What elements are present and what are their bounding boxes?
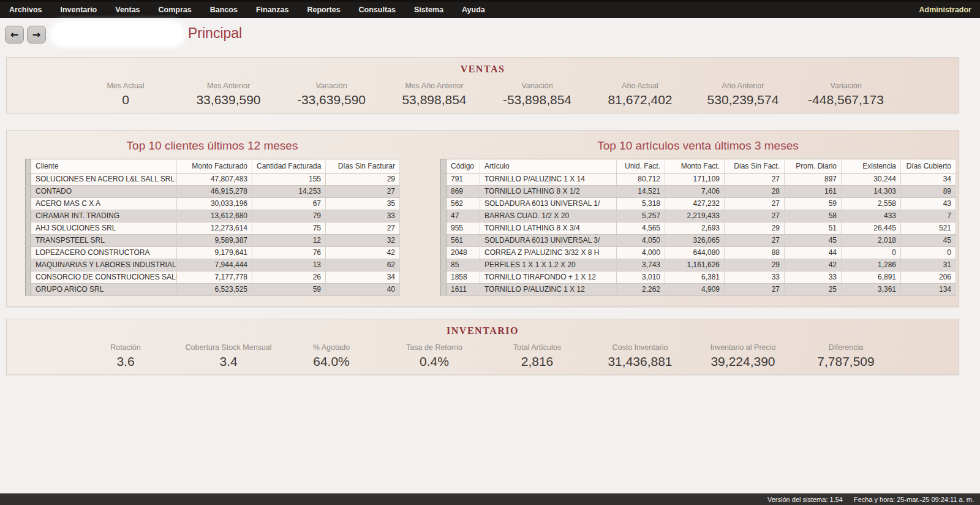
- ventas-section-title: VENTAS: [7, 64, 959, 75]
- cell-cliente: CONTADO: [31, 186, 177, 198]
- articulo-row[interactable]: 85 PERFILES 1 X 1 X 1.2 X 20 3,743 1,161…: [441, 259, 956, 271]
- cliente-row[interactable]: MAQUINARIAS Y LABORES INDUSTRIALES 7,944…: [26, 259, 400, 271]
- cliente-row[interactable]: TRANSPSTEEL SRL 9,589,387 12 32: [26, 235, 400, 247]
- metric-value: 0: [74, 93, 177, 107]
- cell-codigo: 955: [447, 222, 480, 235]
- cliente-row[interactable]: SOLUCIONES EN ACERO L&L SALL SRL 47,807,…: [26, 173, 400, 186]
- metric: % Agotado 64.0%: [280, 343, 383, 369]
- row-header-cell: [26, 210, 31, 222]
- cell-unid-fact: 4,000: [617, 247, 665, 259]
- metric-value: 53,898,854: [383, 93, 486, 107]
- cliente-row[interactable]: LOPEZACERO CONSTRUCTORA 9,179,641 76 42: [26, 247, 400, 259]
- back-button[interactable]: ←: [5, 26, 24, 44]
- articulo-row[interactable]: 562 SOLDADURA 6013 UNIVERSAL 1/ 5,318 42…: [441, 198, 956, 210]
- cell-cantidad-facturada: 76: [252, 247, 326, 259]
- cell-articulo: CORREA Z P/ALUZINC 3/32 X 8 H: [480, 247, 617, 259]
- top-clientes-block: Top 10 clientes últimos 12 meses Cliente…: [25, 139, 399, 296]
- col-header-monto-fact[interactable]: Monto Fact.: [665, 159, 725, 173]
- cell-articulo: SOLDADURA 6013 UNIVERSAL 3/: [480, 235, 617, 247]
- cell-monto-facturado: 13,612,680: [177, 210, 252, 222]
- col-header-codigo[interactable]: Código: [447, 159, 480, 173]
- cell-unid-fact: 3,010: [617, 271, 665, 284]
- col-header-articulo[interactable]: Artículo: [480, 159, 617, 173]
- cliente-row[interactable]: CONSORCIO DE CONSTRUCIONES SALDAÑ 7,177,…: [26, 271, 400, 284]
- articulo-row[interactable]: 1611 TORNILLO P/ALUZINC 1 X 12 2,262 4,9…: [441, 284, 956, 296]
- col-header-dias-sin-fact[interactable]: Dias Sin Fact.: [725, 159, 785, 173]
- row-header-column: [441, 159, 447, 173]
- menu-item-bancos[interactable]: Bancos: [201, 2, 247, 18]
- menu-item-finanzas[interactable]: Finanzas: [247, 2, 298, 18]
- top-articulos-block: Top 10 artículos venta últimos 3 meses C…: [440, 139, 956, 296]
- row-header-cell: [441, 247, 447, 259]
- articulo-row[interactable]: 561 SOLDADURA 6013 UNIVERSAL 3/ 4,050 32…: [441, 235, 956, 247]
- app-window: Archivos Inventario Ventas Compras Banco…: [0, 0, 980, 505]
- cliente-row[interactable]: CIRAMAR INT. TRADING 13,612,680 79 33: [26, 210, 400, 222]
- metric: Variación -53,898,854: [486, 82, 589, 107]
- cell-articulo: TORNILLO LATHING 8 X 3/4: [480, 222, 617, 235]
- cell-dias-sin-fact: 27: [725, 284, 785, 296]
- row-header-cell: [441, 210, 447, 222]
- system-version-label: Versión del sistema: 1.54: [767, 496, 843, 503]
- cell-codigo: 869: [447, 186, 480, 198]
- cell-dias-sin-facturar: 40: [326, 284, 400, 296]
- cell-cliente: GRUPO ARICO SRL: [31, 284, 177, 296]
- col-header-dias-cubierto[interactable]: Días Cubierto: [901, 159, 956, 173]
- articulo-row[interactable]: 1858 TORNILLO TIRAFONDO + 1 X 12 3,010 6…: [441, 271, 956, 284]
- inventario-panel: INVENTARIO Rotación 3.6 Cobertura Stock …: [6, 319, 959, 375]
- articulo-row[interactable]: 955 TORNILLO LATHING 8 X 3/4 4,565 2,693…: [441, 222, 956, 235]
- inventario-section-title: INVENTARIO: [7, 325, 959, 336]
- metric: Mes Año Anterior 53,898,854: [383, 82, 486, 107]
- cliente-row[interactable]: AHJ SOLUCIONES SRL 12,273,614 75 27: [26, 222, 400, 235]
- menu-item-ayuda[interactable]: Ayuda: [453, 2, 494, 18]
- cell-articulo: TORNILLO P/ALUZINC 1 X 12: [480, 284, 617, 296]
- metric-value: 81,672,402: [589, 93, 692, 107]
- col-header-cliente[interactable]: Cliente: [31, 159, 177, 173]
- datetime-label: Fecha y hora: 25-mar.-25 09:24:11 a. m.: [854, 496, 974, 503]
- articulo-row[interactable]: 869 TORNILLO LATHING 8 X 1/2 14,521 7,40…: [441, 186, 956, 198]
- col-header-existencia[interactable]: Existencia: [842, 159, 901, 173]
- menu-item-inventario[interactable]: Inventario: [51, 2, 107, 18]
- cliente-row[interactable]: ACERO MAS C X A 30,033,196 67 35: [26, 198, 400, 210]
- cell-dias-cubierto: 7: [901, 210, 956, 222]
- row-header-cell: [441, 222, 447, 235]
- col-header-dias-sin-facturar[interactable]: Días Sin Facturar: [326, 159, 400, 173]
- cell-dias-sin-fact: 29: [725, 259, 785, 271]
- menu-item-archivos[interactable]: Archivos: [0, 2, 51, 18]
- cell-cantidad-facturada: 26: [252, 271, 326, 284]
- cell-prom-diario: 58: [785, 210, 842, 222]
- cell-monto-fact: 427,232: [665, 198, 725, 210]
- cell-cantidad-facturada: 67: [252, 198, 326, 210]
- menu-item-consultas[interactable]: Consultas: [350, 2, 405, 18]
- cell-dias-cubierto: 206: [901, 271, 956, 284]
- cell-unid-fact: 80,712: [617, 173, 665, 186]
- cell-monto-fact: 6,381: [665, 271, 725, 284]
- row-header-cell: [26, 222, 31, 235]
- cell-cantidad-facturada: 59: [252, 284, 326, 296]
- cell-cantidad-facturada: 12: [252, 235, 326, 247]
- cliente-row[interactable]: CONTADO 46,915,278 14,253 27: [26, 186, 400, 198]
- metric: Cobertura Stock Mensual 3.4: [177, 343, 280, 369]
- articulo-row[interactable]: 2048 CORREA Z P/ALUZINC 3/32 X 8 H 4,000…: [441, 247, 956, 259]
- cell-prom-diario: 33: [785, 271, 842, 284]
- col-header-monto-facturado[interactable]: Monto Facturado: [177, 159, 252, 173]
- cell-cantidad-facturada: 75: [252, 222, 326, 235]
- cell-monto-facturado: 7,944,444: [177, 259, 252, 271]
- articulo-row[interactable]: 47 BARRAS CUAD. 1/2 X 20 5,257 2,219,433…: [441, 210, 956, 222]
- cell-existencia: 0: [842, 247, 901, 259]
- status-bar: Versión del sistema: 1.54 Fecha y hora: …: [0, 493, 980, 505]
- forward-button[interactable]: →: [27, 26, 46, 44]
- col-header-unid-fact[interactable]: Unid. Fact.: [617, 159, 665, 173]
- cell-dias-sin-facturar: 42: [326, 247, 400, 259]
- menu-item-reportes[interactable]: Reportes: [298, 2, 349, 18]
- articulo-row[interactable]: 791 TORNILLO P/ALUZINC 1 X 14 80,712 171…: [441, 173, 956, 186]
- cell-cantidad-facturada: 155: [252, 173, 326, 186]
- menu-item-compras[interactable]: Compras: [149, 2, 201, 18]
- cell-unid-fact: 5,318: [617, 198, 665, 210]
- col-header-prom-diario[interactable]: Prom. Diario: [785, 159, 842, 173]
- cell-dias-cubierto: 134: [901, 284, 956, 296]
- menu-item-sistema[interactable]: Sistema: [405, 2, 453, 18]
- cell-dias-cubierto: 0: [901, 247, 956, 259]
- menu-item-ventas[interactable]: Ventas: [106, 2, 149, 18]
- col-header-cantidad-facturada[interactable]: Cantidad Facturada: [252, 159, 326, 173]
- cliente-row[interactable]: GRUPO ARICO SRL 6,523,525 59 40: [26, 284, 400, 296]
